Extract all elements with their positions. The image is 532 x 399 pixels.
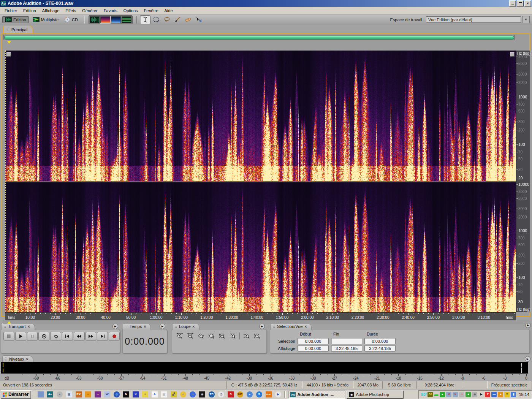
wmp-icon[interactable]: ▶ (275, 391, 281, 397)
zoom-in-horizontal-button[interactable] (175, 332, 184, 340)
stop-button[interactable] (3, 332, 14, 341)
folder-icon[interactable]: ▰ (85, 391, 91, 397)
netscape-icon[interactable]: N (123, 391, 129, 397)
right-channel-toggle[interactable] (510, 52, 515, 57)
loupe-close-icon[interactable]: × (193, 325, 195, 329)
rx-icon[interactable]: RX (76, 391, 82, 397)
flag-icon[interactable]: ▸ (440, 392, 445, 397)
globe-icon[interactable]: ◐ (180, 391, 186, 397)
mode-button-edition[interactable]: Edition (2, 16, 29, 23)
pause-tray-icon[interactable]: 00 (428, 392, 433, 397)
menu-item-affichage[interactable]: Affichage (39, 8, 63, 14)
selection-duree-field[interactable]: 0:00.000 (364, 338, 396, 344)
menu-item-edition[interactable]: Edition (20, 8, 39, 14)
playhead-marker-bottom[interactable] (7, 321, 11, 324)
menu-item-effets[interactable]: Effets (62, 8, 79, 14)
zoom-out-horizontal-button[interactable] (185, 332, 195, 340)
navigator-track[interactable] (3, 35, 515, 40)
transport-close-icon[interactable]: × (28, 325, 30, 329)
selection-fin-field[interactable] (331, 338, 362, 344)
audition-icon[interactable]: Au (47, 391, 53, 397)
time-selection-tool[interactable] (140, 15, 150, 24)
globe2-icon[interactable]: ◑ (190, 391, 196, 397)
zoom-in-right-edge-button[interactable] (228, 332, 238, 340)
lasso-selection-tool[interactable] (162, 16, 172, 24)
scanner-icon[interactable]: ◆ (472, 392, 477, 397)
menu-item-gnrer[interactable]: Générer (79, 8, 100, 14)
affichage-duree-field[interactable]: 3:22:48.185 (364, 345, 396, 352)
skype-icon[interactable]: S (256, 391, 262, 397)
minimized-strip-icon[interactable] (434, 394, 439, 396)
selection-vue-close-icon[interactable]: × (304, 325, 307, 329)
minimize-button[interactable] (509, 0, 516, 6)
rewind-button[interactable] (74, 332, 85, 341)
browser-planet-icon[interactable]: ◍ (114, 391, 120, 397)
menu-item-fentre[interactable]: Fenêtre (141, 8, 162, 14)
pdf-icon[interactable]: PDF (266, 391, 272, 397)
clock-app-icon[interactable]: ◷ (218, 391, 224, 397)
zoom-in-left-edge-button[interactable] (217, 332, 227, 340)
sync-doc-icon[interactable]: ▮ (511, 392, 516, 397)
play-button[interactable] (15, 332, 26, 341)
network-disabled2-icon[interactable]: ✕ (453, 392, 458, 397)
spectrogram-left-channel[interactable] (5, 51, 516, 181)
spectral-phase-view-icon[interactable] (111, 16, 121, 23)
onenote-icon[interactable]: n (95, 391, 101, 397)
close-button[interactable]: × (524, 0, 531, 6)
star-icon[interactable]: ✦ (142, 391, 148, 397)
temps-close-icon[interactable]: × (144, 325, 146, 329)
level-meter[interactable] (1, 362, 528, 374)
menu-item-options[interactable]: Options (120, 8, 141, 14)
display-settings-icon[interactable]: ▬ (491, 392, 497, 397)
task-button-photoshop[interactable]: ◉Adobe Photoshop (347, 391, 404, 399)
waveform-view-icon[interactable] (90, 16, 100, 23)
show-desktop-icon[interactable] (38, 391, 44, 397)
calculator-icon[interactable]: ▦ (66, 391, 72, 397)
marquee-selection-tool[interactable] (151, 16, 161, 24)
transport-menu-button[interactable]: ▶ (112, 323, 118, 329)
zoom-in-vertical-button[interactable] (242, 332, 252, 340)
menu-item-aide[interactable]: Aide (162, 8, 176, 14)
total-commander-icon[interactable]: TC (209, 391, 215, 397)
spectral-frequency-view-icon[interactable] (100, 16, 110, 23)
mode-button-multipiste[interactable]: Multipiste (30, 16, 61, 23)
menu-item-fichier[interactable]: Fichier (2, 8, 20, 14)
navigator-range-bar[interactable] (4, 36, 514, 40)
play-spooled-button[interactable] (38, 332, 49, 341)
task-button-audition[interactable]: AuAdobe Audition -... (288, 391, 345, 399)
cursor-spark-icon[interactable]: ▶ (478, 392, 484, 397)
niveaux-menu-button[interactable]: ▶ (525, 356, 530, 362)
affichage-debut-field[interactable]: 0:00.000 (298, 345, 329, 352)
messenger-icon[interactable]: ● (247, 391, 253, 397)
db-ruler[interactable]: dB-69-66-63-60-57-54-51-48-45-42-39-36-3… (0, 374, 532, 380)
loupe-menu-button[interactable]: ▶ (259, 323, 265, 329)
pen-icon[interactable]: A (152, 391, 158, 397)
goto-end-button[interactable] (97, 332, 108, 341)
spectral-pan-view-icon[interactable] (122, 16, 131, 23)
niveaux-close-icon[interactable]: × (26, 357, 28, 361)
zoom-out-vertical-button[interactable] (253, 332, 262, 340)
tab-principal[interactable]: Principal (3, 25, 33, 33)
loop-button[interactable] (50, 332, 61, 341)
share-icon[interactable]: ▲ (466, 392, 471, 397)
niveaux-tab[interactable]: Niveaux × (2, 355, 33, 363)
fast-forward-button[interactable] (86, 332, 97, 341)
currency-icon[interactable]: S (504, 392, 510, 397)
left-channel-toggle[interactable] (6, 52, 11, 57)
spot-healing-brush-tool[interactable] (183, 16, 193, 24)
affichage-fin-field[interactable]: 3:22:48.185 (331, 345, 362, 352)
word-icon[interactable]: W (104, 391, 110, 397)
pause-button[interactable] (27, 332, 38, 341)
temps-menu-button[interactable]: ▶ (160, 323, 165, 329)
workspace-dropdown-arrow[interactable]: ▼ (522, 16, 530, 23)
network-disabled-icon[interactable]: ✕ (446, 392, 451, 397)
menu-item-favoris[interactable]: Favoris (101, 8, 120, 14)
zoom-to-selection-button[interactable] (207, 332, 216, 340)
sbp-icon[interactable]: S (228, 391, 234, 397)
tool-x-icon[interactable]: ✕ (133, 391, 139, 397)
playback-cursor-line[interactable] (5, 51, 6, 312)
scrub-tool[interactable] (194, 16, 204, 24)
playhead-marker-top[interactable] (7, 41, 11, 44)
goto-start-button[interactable] (62, 332, 73, 341)
effects-paintbrush-tool[interactable] (173, 16, 182, 24)
